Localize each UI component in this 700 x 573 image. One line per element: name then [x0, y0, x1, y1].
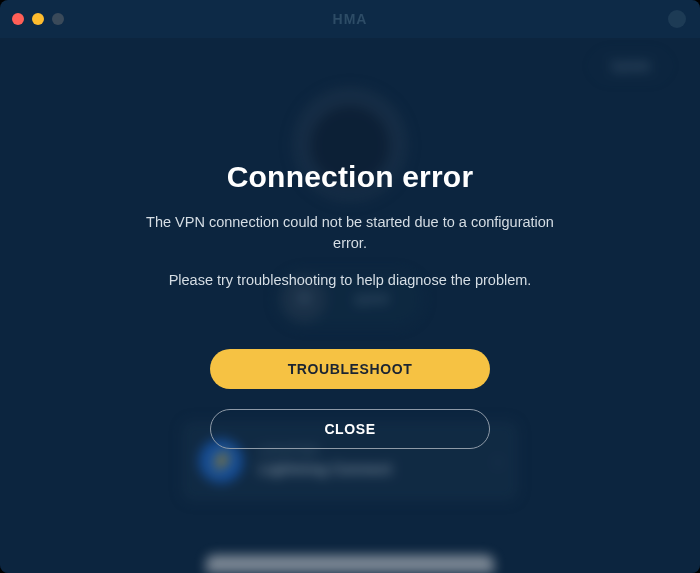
modal-title: Connection error — [227, 160, 474, 194]
window-close-button[interactable] — [12, 13, 24, 25]
modal-message-2: Please try troubleshooting to help diagn… — [169, 270, 532, 291]
app-title: HMA — [333, 11, 368, 27]
titlebar: HMA — [0, 0, 700, 38]
troubleshoot-button[interactable]: Troubleshoot — [210, 349, 490, 389]
app-window: HMA Update ✕ OFF Original IP ▬ 104.176.4… — [0, 0, 700, 573]
modal-message-1: The VPN connection could not be started … — [140, 212, 560, 254]
traffic-lights — [12, 13, 64, 25]
titlebar-menu-button[interactable] — [668, 10, 686, 28]
error-modal-overlay: Connection error The VPN connection coul… — [0, 38, 700, 573]
window-minimize-button[interactable] — [32, 13, 44, 25]
close-button[interactable]: Close — [210, 409, 490, 449]
window-zoom-button[interactable] — [52, 13, 64, 25]
